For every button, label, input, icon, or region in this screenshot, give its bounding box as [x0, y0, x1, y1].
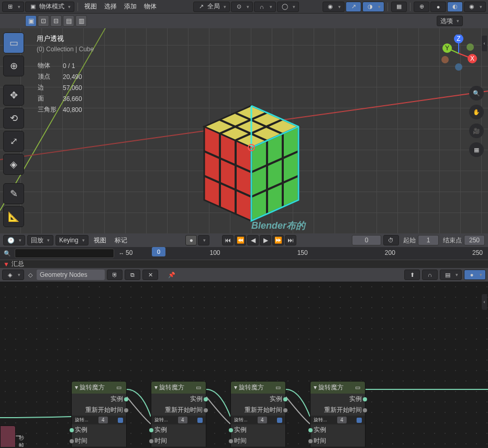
node-options-icon[interactable]: ▭	[194, 384, 203, 392]
shading-material[interactable]: ◐	[447, 2, 463, 12]
preview-range-toggle[interactable]: ⏱	[383, 235, 399, 245]
proportional-dropdown[interactable]: ◯	[277, 2, 299, 12]
current-frame[interactable]: 0	[352, 235, 381, 245]
stopwatch-icon: ⏱	[387, 236, 395, 244]
expand-sidebar[interactable]: ‹	[482, 36, 487, 51]
expand-node-sidebar[interactable]: ‹	[482, 294, 487, 310]
jump-start[interactable]: ⏮	[222, 235, 234, 245]
timeline-ruler[interactable]: 🔍 ↔ 0 50100150200250	[0, 247, 488, 260]
input-node-partial[interactable]	[0, 425, 16, 447]
select-extend[interactable]: ⊡	[38, 15, 49, 27]
timeline-menu-marker[interactable]: 标记	[112, 236, 130, 245]
arrow-icon: ↗	[349, 3, 358, 11]
rotate-cube-node-1[interactable]: ▾ 旋转魔方▭实例重新开始时间旋转...4实例时间选择方向1选择层次2旋转次数2…	[151, 381, 206, 447]
cube-icon: ▣	[29, 3, 37, 11]
jump-end[interactable]: ⏭	[285, 235, 296, 245]
menu-add[interactable]: 添加	[121, 2, 140, 11]
geonodes-editor-dropdown[interactable]: ◈	[2, 270, 24, 280]
autokey-dropdown[interactable]	[198, 235, 209, 245]
tool-select-box[interactable]: ▭	[3, 32, 24, 53]
geonodes-header: ◈ ◇ Geometry Nodes ⛨ ⧉ ✕ 📌 ⬆ ∩ ▤ ●	[0, 268, 488, 282]
close-icon: ✕	[146, 271, 154, 279]
solid-icon: ●	[434, 3, 442, 11]
menu-object[interactable]: 物体	[141, 2, 160, 11]
parent-node-button[interactable]: ⬆	[404, 270, 420, 280]
tool-rotate[interactable]: ⟲	[3, 108, 24, 129]
gizmo-toggle[interactable]: ↗	[346, 2, 361, 12]
view-subtitle: (0) Collection | Cube	[37, 44, 94, 54]
material-icon: ◐	[451, 3, 459, 11]
mode-dropdown[interactable]: ▣物体模式	[25, 2, 74, 12]
select-invert[interactable]: ▤	[63, 15, 74, 27]
timeline-search[interactable]	[15, 249, 114, 258]
select-box[interactable]: ▣	[25, 15, 37, 27]
unlink-button[interactable]: ✕	[142, 270, 158, 280]
snap-node-button[interactable]: ∩	[422, 270, 438, 280]
rotate-cube-node-2[interactable]: ▾ 旋转魔方▭实例重新开始时间旋转...4实例时间选择方向0选择层次2旋转次数2…	[230, 381, 286, 447]
clock-icon: 🕐	[7, 236, 15, 244]
pivot-dropdown[interactable]: ⊙	[231, 2, 253, 12]
nodetree-name[interactable]: Geometry Nodes	[37, 270, 105, 280]
shading-solid[interactable]: ●	[430, 2, 446, 12]
node-options-icon[interactable]: ▭	[353, 384, 362, 392]
menu-view[interactable]: 视图	[81, 2, 100, 11]
node-options-icon[interactable]: ▭	[274, 384, 282, 392]
3d-viewport[interactable]: ▭ ⊕ ✥ ⟲ ⤢ ◈ ✎ 📐 ⬚ 用户透视 (0) Collection | …	[0, 28, 488, 233]
rubiks-cube-object[interactable]	[188, 81, 314, 227]
editor-type-dropdown[interactable]: ⊞	[2, 2, 24, 12]
overlay-node-button[interactable]: ▤	[440, 270, 462, 280]
material-preview-button[interactable]: ●	[464, 270, 486, 280]
end-frame[interactable]: 250	[464, 235, 485, 245]
tool-annotate[interactable]: ✎	[3, 183, 24, 204]
magnet-icon: ∩	[426, 271, 434, 279]
node-editor[interactable]: ‹ 秒 帧 ▾ 旋转魔方▭实例重新开始时间旋转...4实例时间选择方向0选择层次…	[0, 282, 488, 447]
orientation-dropdown[interactable]: ↗全局	[193, 2, 230, 12]
tool-scale[interactable]: ⤢	[3, 131, 24, 152]
shading-rendered[interactable]: ◉	[464, 2, 486, 12]
camera-button[interactable]: 🎥	[469, 124, 484, 138]
viewport-info: 用户透视 (0) Collection | Cube	[37, 33, 94, 54]
playback-dropdown[interactable]: 回放	[27, 235, 53, 245]
start-frame[interactable]: 1	[418, 235, 439, 245]
swap-icon[interactable]: ↔	[117, 249, 126, 257]
play-forward[interactable]: ▶	[260, 235, 271, 245]
menu-select[interactable]: 选择	[101, 2, 120, 11]
fake-user-button[interactable]: ⧉	[125, 270, 140, 280]
overlay-dropdown[interactable]: ◑	[362, 2, 384, 12]
pushpin-icon[interactable]: 📌	[168, 271, 176, 279]
snap-dropdown[interactable]: ∩	[254, 2, 276, 12]
keying-dropdown[interactable]: Keying	[56, 235, 88, 245]
timeline-menu-view[interactable]: 视图	[91, 236, 109, 245]
magnet-icon: ∩	[258, 3, 266, 11]
pan-button[interactable]: ✋	[469, 105, 484, 119]
scene-stats: 物体0 / 1 顶点20,490 边57,060 面36,660 三角形40,8…	[37, 60, 88, 116]
summary-bar[interactable]: ▼汇总	[0, 260, 488, 268]
hand-icon: ✋	[472, 108, 481, 116]
perspective-button[interactable]: ▦	[469, 142, 484, 157]
xray-toggle[interactable]: ▦	[391, 2, 407, 12]
zoom-button[interactable]: 🔍	[469, 86, 484, 100]
play-reverse[interactable]: ◀	[247, 235, 259, 245]
rotate-cube-node-0[interactable]: ▾ 旋转魔方▭实例重新开始时间旋转...4实例时间选择方向0选择层次2旋转次数3…	[71, 381, 127, 447]
tool-cursor[interactable]: ⊕	[3, 55, 24, 76]
tool-measure[interactable]: 📐	[3, 206, 24, 227]
start-label: 起始	[403, 236, 416, 245]
select-intersect[interactable]: ▥	[75, 15, 87, 27]
shading-wireframe[interactable]: ⊕	[414, 2, 429, 12]
viewport-header: ⊞ ▣物体模式 视图 选择 添加 物体 ↗全局 ⊙ ∩ ◯ ◉ ↗ ◑ ▦ ⊕ …	[0, 0, 488, 14]
timeline-editor-dropdown[interactable]: 🕐	[3, 235, 25, 245]
tool-transform[interactable]: ◈	[3, 154, 24, 175]
sphere-icon: ●	[468, 271, 476, 279]
options-dropdown[interactable]: 选项	[437, 16, 463, 26]
tool-move[interactable]: ✥	[3, 85, 24, 106]
jump-prev-key[interactable]: ⏪	[235, 235, 246, 245]
jump-next-key[interactable]: ⏩	[272, 235, 284, 245]
timeline-ticks: 50100150200250	[126, 249, 483, 256]
visibility-dropdown[interactable]: ◉	[323, 2, 345, 12]
pin-button[interactable]: ⛨	[107, 270, 123, 280]
node-options-icon[interactable]: ▭	[115, 384, 123, 392]
rotate-cube-node-3[interactable]: ▾ 旋转魔方▭实例重新开始时间旋转...4实例时间选择方向2选择层次1旋转次数2…	[310, 381, 365, 447]
axis-gizmo[interactable]: Z X Y	[440, 35, 478, 72]
select-subtract[interactable]: ⊟	[50, 15, 62, 27]
autokey-toggle[interactable]: ●	[185, 235, 197, 245]
